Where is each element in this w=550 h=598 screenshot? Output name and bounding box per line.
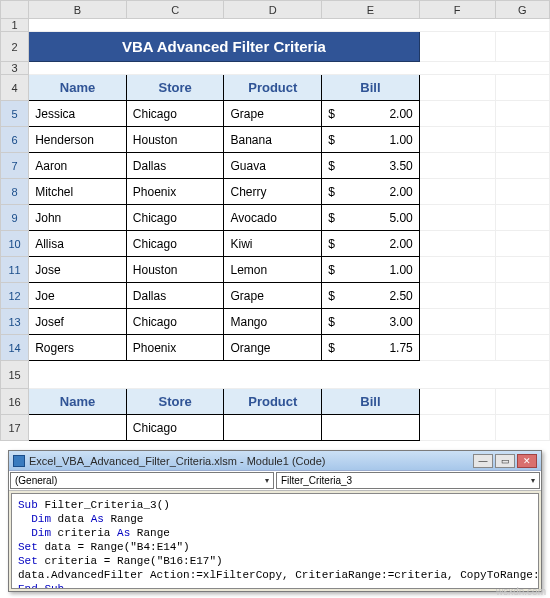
cell[interactable]	[495, 127, 549, 153]
table-cell-bill[interactable]: $2.00	[322, 179, 420, 205]
criteria-cell-product[interactable]	[224, 415, 322, 441]
table-cell-store[interactable]: Chicago	[126, 309, 224, 335]
criteria-cell-bill[interactable]	[322, 415, 420, 441]
table-cell-store[interactable]: Dallas	[126, 153, 224, 179]
table-cell-bill[interactable]: $3.00	[322, 309, 420, 335]
cell[interactable]	[419, 415, 495, 441]
table-cell-store[interactable]: Chicago	[126, 231, 224, 257]
cell[interactable]	[495, 257, 549, 283]
table-cell-bill[interactable]: $1.75	[322, 335, 420, 361]
table-cell-name[interactable]: John	[29, 205, 127, 231]
table-cell-name[interactable]: Henderson	[29, 127, 127, 153]
table-cell-product[interactable]: Lemon	[224, 257, 322, 283]
row-header[interactable]: 2	[1, 32, 29, 62]
table-cell-product[interactable]: Banana	[224, 127, 322, 153]
minimize-button[interactable]: —	[473, 454, 493, 468]
row-header[interactable]: 3	[1, 62, 29, 75]
table-cell-bill[interactable]: $1.00	[322, 127, 420, 153]
cell[interactable]	[419, 309, 495, 335]
col-header[interactable]: D	[224, 1, 322, 19]
table-cell-name[interactable]: Aaron	[29, 153, 127, 179]
col-header[interactable]: E	[322, 1, 420, 19]
row-header[interactable]: 11	[1, 257, 29, 283]
cell[interactable]	[495, 75, 549, 101]
cell[interactable]	[495, 283, 549, 309]
row-header[interactable]: 12	[1, 283, 29, 309]
row-header[interactable]: 14	[1, 335, 29, 361]
table-cell-name[interactable]: Allisa	[29, 231, 127, 257]
cell[interactable]	[419, 179, 495, 205]
table-cell-product[interactable]: Grape	[224, 283, 322, 309]
table-cell-name[interactable]: Jose	[29, 257, 127, 283]
row-header[interactable]: 17	[1, 415, 29, 441]
table-cell-name[interactable]: Josef	[29, 309, 127, 335]
cell[interactable]	[419, 153, 495, 179]
table-cell-store[interactable]: Dallas	[126, 283, 224, 309]
cell[interactable]	[29, 62, 550, 75]
table-cell-name[interactable]: Rogers	[29, 335, 127, 361]
cell[interactable]	[419, 283, 495, 309]
row-header[interactable]: 10	[1, 231, 29, 257]
table-cell-name[interactable]: Mitchel	[29, 179, 127, 205]
code-editor[interactable]: Sub Filter_Criteria_3() Dim data As Rang…	[11, 493, 539, 589]
cell[interactable]	[419, 205, 495, 231]
spreadsheet[interactable]: B C D E F G 1 2 VBA Advanced Filter Crit…	[0, 0, 550, 441]
cell[interactable]	[495, 309, 549, 335]
cell[interactable]	[495, 32, 549, 62]
cell[interactable]	[495, 153, 549, 179]
cell[interactable]	[495, 101, 549, 127]
cell[interactable]	[495, 179, 549, 205]
criteria-cell-store[interactable]: Chicago	[126, 415, 224, 441]
table-cell-product[interactable]: Mango	[224, 309, 322, 335]
col-header[interactable]: G	[495, 1, 549, 19]
row-header[interactable]: 4	[1, 75, 29, 101]
row-header[interactable]: 9	[1, 205, 29, 231]
table-cell-store[interactable]: Phoenix	[126, 335, 224, 361]
vbe-window[interactable]: Excel_VBA_Advanced_Filter_Criteria.xlsm …	[8, 450, 542, 592]
cell[interactable]	[495, 205, 549, 231]
table-cell-store[interactable]: Houston	[126, 257, 224, 283]
table-cell-product[interactable]: Cherry	[224, 179, 322, 205]
cell[interactable]	[419, 127, 495, 153]
row-header[interactable]: 15	[1, 361, 29, 389]
col-header[interactable]: B	[29, 1, 127, 19]
table-cell-bill[interactable]: $2.00	[322, 101, 420, 127]
close-button[interactable]: ✕	[517, 454, 537, 468]
vbe-titlebar[interactable]: Excel_VBA_Advanced_Filter_Criteria.xlsm …	[9, 451, 541, 471]
criteria-cell-name[interactable]	[29, 415, 127, 441]
cell[interactable]	[419, 231, 495, 257]
table-cell-name[interactable]: Jessica	[29, 101, 127, 127]
table-cell-product[interactable]: Grape	[224, 101, 322, 127]
table-cell-store[interactable]: Houston	[126, 127, 224, 153]
table-cell-bill[interactable]: $3.50	[322, 153, 420, 179]
table-cell-product[interactable]: Kiwi	[224, 231, 322, 257]
table-cell-store[interactable]: Phoenix	[126, 179, 224, 205]
cell[interactable]	[419, 75, 495, 101]
cell[interactable]	[495, 415, 549, 441]
row-header[interactable]: 1	[1, 19, 29, 32]
table-cell-store[interactable]: Chicago	[126, 101, 224, 127]
object-dropdown[interactable]: (General) ▾	[10, 472, 274, 489]
table-cell-product[interactable]: Guava	[224, 153, 322, 179]
cell[interactable]	[419, 101, 495, 127]
row-header[interactable]: 6	[1, 127, 29, 153]
table-cell-store[interactable]: Chicago	[126, 205, 224, 231]
table-cell-product[interactable]: Avocado	[224, 205, 322, 231]
row-header[interactable]: 13	[1, 309, 29, 335]
table-cell-bill[interactable]: $2.00	[322, 231, 420, 257]
table-cell-name[interactable]: Joe	[29, 283, 127, 309]
cell[interactable]	[419, 335, 495, 361]
table-cell-bill[interactable]: $1.00	[322, 257, 420, 283]
select-all-corner[interactable]	[1, 1, 29, 19]
row-header[interactable]: 7	[1, 153, 29, 179]
cell[interactable]	[419, 32, 495, 62]
row-header[interactable]: 5	[1, 101, 29, 127]
maximize-button[interactable]: ▭	[495, 454, 515, 468]
cell[interactable]	[29, 19, 550, 32]
col-header[interactable]: C	[126, 1, 224, 19]
cell[interactable]	[419, 389, 495, 415]
cell[interactable]	[495, 389, 549, 415]
cell[interactable]	[419, 257, 495, 283]
row-header[interactable]: 16	[1, 389, 29, 415]
table-cell-bill[interactable]: $5.00	[322, 205, 420, 231]
